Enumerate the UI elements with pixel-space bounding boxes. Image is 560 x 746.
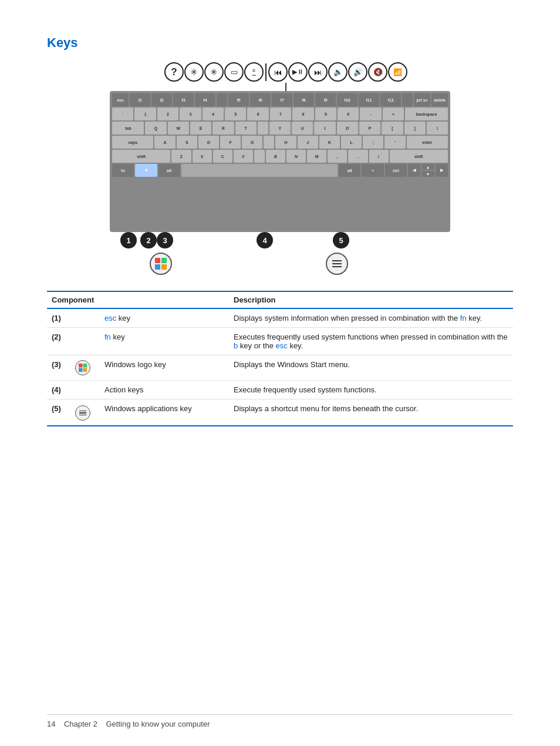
windows-logo-callout xyxy=(150,253,172,275)
row3-num: (3) xyxy=(47,355,70,381)
separator-line xyxy=(265,63,266,81)
svg-rect-0 xyxy=(155,258,160,263)
page-content: Keys ? ✳ ✳ ▭ ≡▪▪▪ ⏮ ▶⏸ ⏭ 🔉 🔊 xyxy=(0,0,560,450)
brightness-high-icon: ✳ xyxy=(204,62,224,82)
table-row: (3) Windows logo key Displays the Window… xyxy=(47,355,513,381)
footer-divider xyxy=(47,714,513,715)
row5-icon xyxy=(70,399,100,426)
mute-icon: 🔇 xyxy=(368,62,387,82)
play-pause-icon: ▶⏸ xyxy=(288,62,308,82)
volume-down-icon: 🔉 xyxy=(328,62,348,82)
help-icon: ? xyxy=(164,62,184,82)
component-table: Component Description (1) esc key Displa… xyxy=(47,291,513,426)
row1-desc: Displays system information when pressed… xyxy=(229,308,513,328)
row4-num: (4) xyxy=(47,381,70,399)
keyboard-image: esc f1f2 f3f4 f5f6 f7f8 f9f10 f11f12 prt… xyxy=(110,91,450,232)
windows-app-table-icon xyxy=(75,405,90,421)
footer: 14 Chapter 2 Getting to know your comput… xyxy=(47,714,513,728)
windows-app-callout xyxy=(326,253,348,275)
row1-name-link: esc xyxy=(104,314,116,322)
svg-rect-1 xyxy=(161,258,167,263)
callout-4: 4 xyxy=(257,232,273,248)
callout-2: 2 xyxy=(140,232,157,248)
row3-name: Windows logo key xyxy=(100,355,229,381)
esc-link: esc xyxy=(276,341,288,350)
fn-link: fn xyxy=(460,314,467,322)
windows-logo-table-icon xyxy=(75,360,90,375)
row5-num: (5) xyxy=(47,399,70,426)
b-link: b xyxy=(234,341,238,350)
page-title: Keys xyxy=(47,35,513,51)
rewind-icon: ⏮ xyxy=(268,62,288,82)
row5-desc: Displays a shortcut menu for items benea… xyxy=(229,399,513,426)
callout-1: 1 xyxy=(120,232,137,248)
callout-3: 3 xyxy=(157,232,173,248)
row5-name: Windows applications key xyxy=(100,399,229,426)
svg-rect-2 xyxy=(155,264,160,270)
fastforward-icon: ⏭ xyxy=(308,62,328,82)
svg-rect-6 xyxy=(79,368,83,372)
keyboard-backlight-icon: ≡▪▪▪ xyxy=(244,62,264,82)
footer-subtitle: Getting to know your computer xyxy=(106,720,210,728)
row4-name: Action keys xyxy=(100,381,229,399)
row2-icon xyxy=(70,328,100,355)
svg-rect-3 xyxy=(161,264,167,270)
row1-num: (1) xyxy=(47,308,70,328)
svg-rect-7 xyxy=(83,368,87,372)
col-component-header: Component xyxy=(47,291,229,308)
callout-5: 5 xyxy=(333,232,349,248)
brightness-low-icon: ✳ xyxy=(184,62,204,82)
table-row: (5) Windows applications key Displays a … xyxy=(47,399,513,426)
col-description-header: Description xyxy=(229,291,513,308)
row3-desc: Displays the Windows Start menu. xyxy=(229,355,513,381)
volume-up-icon: 🔊 xyxy=(348,62,367,82)
footer-page-num: 14 xyxy=(47,720,55,728)
row2-desc: Executes frequently used system function… xyxy=(229,328,513,355)
svg-rect-5 xyxy=(83,364,87,368)
table-row: (1) esc key Displays system information … xyxy=(47,308,513,328)
wireless-icon: 📶 xyxy=(388,62,407,82)
row4-desc: Execute frequently used system functions… xyxy=(229,381,513,399)
svg-rect-4 xyxy=(79,364,83,368)
connector-line xyxy=(285,83,286,91)
row3-icon xyxy=(70,355,100,381)
row2-name-link: fn xyxy=(104,332,111,341)
row2-num: (2) xyxy=(47,328,70,355)
table-row: (2) fn key Executes frequently used syst… xyxy=(47,328,513,355)
table-row: (4) Action keys Execute frequently used … xyxy=(47,381,513,399)
action-icons-row: ? ✳ ✳ ▭ ≡▪▪▪ ⏮ ▶⏸ ⏭ 🔉 🔊 🔇 📶 xyxy=(164,62,407,82)
row1-icon xyxy=(70,308,100,328)
row1-name: esc key xyxy=(100,308,229,328)
row2-name: fn key xyxy=(100,328,229,355)
row4-icon xyxy=(70,381,100,399)
footer-chapter: Chapter 2 xyxy=(64,720,97,728)
keyboard-diagram: ? ✳ ✳ ▭ ≡▪▪▪ ⏮ ▶⏸ ⏭ 🔉 🔊 🔇 📶 xyxy=(47,62,513,285)
screen-icon: ▭ xyxy=(224,62,244,82)
callout-numbers-area: 1 2 3 4 5 xyxy=(110,232,450,285)
